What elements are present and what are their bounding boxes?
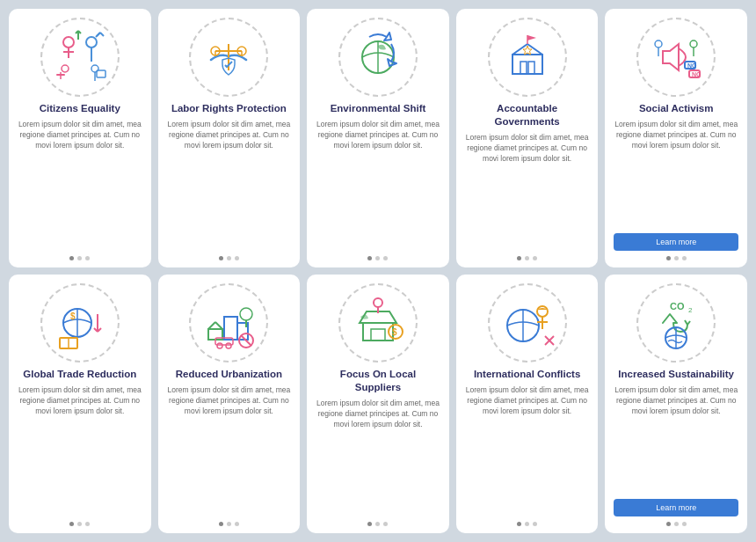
dot-2 <box>682 256 687 260</box>
dot-2 <box>383 522 388 526</box>
card-body-focus-local-suppliers: Lorem ipsum dolor sit dim amet, mea regi… <box>316 399 440 516</box>
card-body-global-trade: Lorem ipsum dolor sit dim amet, mea regi… <box>18 385 142 516</box>
icon-circle-environmental-shift <box>338 18 418 97</box>
dots-focus-local-suppliers <box>367 522 388 526</box>
learn-more-button-social-activism[interactable]: Learn more <box>614 233 738 251</box>
svg-rect-25 <box>512 55 542 74</box>
dot-0 <box>367 522 372 526</box>
dots-global-trade <box>69 522 90 526</box>
icon-circle-accountable-governments <box>488 18 567 97</box>
card-body-social-activism: Lorem ipsum dolor sit dim amet, mea regi… <box>614 120 738 229</box>
icon-circle-citizens-equality <box>40 18 120 97</box>
icon-circle-international-conflicts <box>488 283 567 363</box>
svg-point-58 <box>226 343 231 348</box>
card-citizens-equality: Citizens Equality Lorem ipsum dolor sit … <box>9 9 151 267</box>
card-body-labor-rights: Lorem ipsum dolor sit dim amet, mea regi… <box>167 120 292 251</box>
dot-1 <box>674 522 679 526</box>
card-environmental-shift: Environmental Shift Lorem ipsum dolor si… <box>307 9 449 267</box>
svg-line-53 <box>215 322 222 329</box>
dots-accountable-governments <box>517 256 537 260</box>
card-increased-sustainability: CO 2 Increased Sustainability Lorem ipsu… <box>605 275 747 533</box>
dot-1 <box>227 522 231 526</box>
dot-0 <box>219 522 223 526</box>
card-labor-rights: Labor Rights Protection Lorem ipsum dolo… <box>158 9 301 267</box>
dot-2 <box>235 256 239 260</box>
card-title-global-trade: Global Trade Reduction <box>23 368 136 381</box>
card-title-accountable-governments: Accountable Governments <box>465 102 590 128</box>
svg-text:NO: NO <box>687 62 697 69</box>
dot-1 <box>227 256 231 260</box>
learn-more-button-increased-sustainability[interactable]: Learn more <box>614 499 738 516</box>
card-global-trade: $ Global Trade Reduction Lorem ipsum dol… <box>9 275 151 533</box>
card-title-social-activism: Social Activism <box>639 102 714 115</box>
dot-2 <box>383 256 388 260</box>
dots-citizens-equality <box>69 256 90 260</box>
svg-text:CO: CO <box>670 301 685 311</box>
card-title-reduced-urbanization: Reduced Urbanization <box>176 368 282 381</box>
card-title-focus-local-suppliers: Focus On Local Suppliers <box>316 368 440 394</box>
svg-line-7 <box>97 33 100 36</box>
svg-rect-29 <box>520 62 527 74</box>
dot-0 <box>219 256 223 260</box>
dots-increased-sustainability <box>666 522 687 526</box>
svg-rect-49 <box>224 317 237 340</box>
dot-0 <box>517 522 521 526</box>
dot-0 <box>69 256 74 260</box>
cards-grid: Citizens Equality Lorem ipsum dolor sit … <box>0 0 756 542</box>
svg-point-39 <box>690 40 697 48</box>
dot-2 <box>235 522 239 526</box>
svg-rect-62 <box>371 329 385 341</box>
card-title-international-conflicts: International Conflicts <box>474 368 580 381</box>
dots-social-activism <box>666 256 687 260</box>
svg-point-63 <box>374 298 382 307</box>
dot-1 <box>77 522 82 526</box>
svg-line-77 <box>687 321 690 325</box>
dot-2 <box>85 522 90 526</box>
svg-point-57 <box>217 343 222 348</box>
dot-1 <box>77 256 82 260</box>
dot-0 <box>517 256 521 260</box>
dot-2 <box>682 522 687 526</box>
card-title-environmental-shift: Environmental Shift <box>331 102 426 115</box>
svg-point-0 <box>63 37 74 48</box>
dot-0 <box>666 256 671 260</box>
dot-2 <box>533 256 537 260</box>
svg-point-54 <box>240 308 252 320</box>
dot-1 <box>375 256 380 260</box>
dots-reduced-urbanization <box>219 522 239 526</box>
card-focus-local-suppliers: $ Focus On Local Suppliers Lorem ipsum d… <box>307 275 449 533</box>
card-title-labor-rights: Labor Rights Protection <box>171 102 287 115</box>
dot-0 <box>367 256 372 260</box>
dots-environmental-shift <box>367 256 388 260</box>
icon-circle-labor-rights <box>189 18 268 97</box>
dot-2 <box>85 256 90 260</box>
card-body-international-conflicts: Lorem ipsum dolor sit dim amet, mea regi… <box>465 385 590 516</box>
card-body-increased-sustainability: Lorem ipsum dolor sit dim amet, mea regi… <box>614 385 738 494</box>
svg-point-3 <box>86 37 97 48</box>
icon-circle-social-activism: NO NO <box>636 18 716 97</box>
svg-line-52 <box>208 322 215 329</box>
card-body-reduced-urbanization: Lorem ipsum dolor sit dim amet, mea regi… <box>167 385 292 516</box>
dot-1 <box>375 522 380 526</box>
card-title-increased-sustainability: Increased Sustainability <box>618 368 734 381</box>
card-accountable-governments: Accountable Governments Lorem ipsum dolo… <box>456 9 599 267</box>
card-international-conflicts: International Conflicts Lorem ipsum dolo… <box>456 275 599 533</box>
card-body-accountable-governments: Lorem ipsum dolor sit dim amet, mea regi… <box>465 133 590 251</box>
svg-text:2: 2 <box>688 306 693 314</box>
dot-1 <box>674 256 679 260</box>
svg-text:$: $ <box>70 311 76 321</box>
card-reduced-urbanization: Reduced Urbanization Lorem ipsum dolor s… <box>158 275 301 533</box>
dot-0 <box>666 522 671 526</box>
svg-point-69 <box>537 306 548 317</box>
card-title-citizens-equality: Citizens Equality <box>40 102 120 115</box>
card-body-environmental-shift: Lorem ipsum dolor sit dim amet, mea regi… <box>316 120 440 251</box>
icon-circle-focus-local-suppliers: $ <box>338 283 418 363</box>
svg-point-8 <box>62 65 69 72</box>
svg-rect-30 <box>528 62 534 74</box>
dot-2 <box>533 522 537 526</box>
icon-circle-global-trade: $ <box>40 283 120 363</box>
svg-point-37 <box>655 40 662 48</box>
dots-labor-rights <box>219 256 239 260</box>
svg-text:$: $ <box>392 327 397 337</box>
dot-1 <box>525 256 529 260</box>
